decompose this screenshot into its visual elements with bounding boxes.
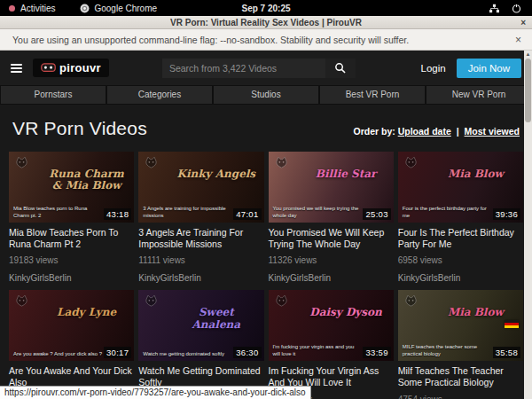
studio-watermark-cat-icon bbox=[274, 293, 289, 309]
video-grid: Runa Charm & Mia Blow Mia Blow teaches p… bbox=[9, 152, 523, 399]
search-input[interactable] bbox=[162, 59, 325, 78]
video-thumbnail[interactable]: Runa Charm & Mia Blow Mia Blow teaches p… bbox=[9, 152, 134, 223]
nav-item-categories[interactable]: Categories bbox=[107, 86, 212, 104]
thumbnail-model-name: Runa Charm & Mia Blow bbox=[44, 168, 129, 192]
search-bar bbox=[162, 59, 356, 78]
site-nav: Pornstars Categories Studios Best VR Por… bbox=[0, 85, 532, 105]
scrollbar-thumb[interactable] bbox=[525, 59, 531, 122]
search-icon bbox=[334, 62, 346, 74]
video-duration-badge: 30:17 bbox=[104, 347, 131, 358]
site-header: pirouvr Login Join Now bbox=[0, 51, 532, 85]
video-card[interactable]: Kinky Angels 3 Angels are training for i… bbox=[138, 152, 263, 283]
menu-hamburger-icon[interactable] bbox=[11, 64, 22, 73]
video-card[interactable]: Sweet Analena Watch me getting dominated… bbox=[138, 290, 263, 399]
studio-watermark-cat-icon bbox=[14, 155, 29, 170]
screen: Activities Google Chrome Sep 7 20:25 bbox=[0, 0, 532, 399]
tab-close-icon[interactable]: × bbox=[520, 16, 526, 29]
thumbnail-model-name: Billie Star bbox=[303, 168, 388, 180]
video-thumbnail[interactable]: Mia Blow MILF teaches the teacher some p… bbox=[398, 290, 523, 361]
infobar-close-icon[interactable]: × bbox=[515, 34, 521, 46]
main-content: VR Porn Videos Order by: Upload date | M… bbox=[0, 105, 532, 399]
video-studio-link[interactable]: KinkyGirlsBerlin bbox=[269, 273, 394, 283]
power-icon[interactable] bbox=[512, 4, 521, 13]
video-card[interactable]: Daisy Dyson I'm fucking your virgin ass … bbox=[269, 290, 394, 399]
video-thumbnail[interactable]: Lady Lyne Are you awake ? And your dick … bbox=[9, 290, 134, 361]
studio-watermark-cat-icon bbox=[403, 293, 419, 309]
video-card[interactable]: Lady Lyne Are you awake ? And your dick … bbox=[9, 290, 134, 399]
vr-goggles-icon bbox=[41, 63, 56, 73]
video-title[interactable]: Mia Blow Teaches Porn To Runa Charm Pt 2 bbox=[9, 227, 134, 250]
order-by-label: Order by: bbox=[353, 126, 395, 137]
video-thumbnail[interactable]: Billie Star You promised we will keep tr… bbox=[269, 152, 394, 223]
page-title: VR Porn Videos bbox=[12, 118, 147, 139]
video-title[interactable]: 3 Angels Are Training For Impossible Mis… bbox=[138, 227, 263, 250]
status-bar-url: https://pirouvr.com/vr-porn-video/779325… bbox=[0, 386, 311, 399]
video-card[interactable]: Billie Star You promised we will keep tr… bbox=[269, 152, 394, 283]
video-duration-badge: 35:58 bbox=[493, 347, 520, 358]
search-button[interactable] bbox=[325, 59, 356, 78]
thumbnail-caption: Watch me getting dominated softly bbox=[143, 350, 231, 357]
video-studio-link[interactable]: KinkyGirlsBerlin bbox=[398, 273, 523, 283]
thumbnail-model-name: Mia Blow bbox=[433, 168, 518, 180]
thumbnail-model-name: Lady Lyne bbox=[44, 307, 129, 318]
site-logo[interactable]: pirouvr bbox=[33, 59, 109, 77]
video-thumbnail[interactable]: Daisy Dyson I'm fucking your virgin ass … bbox=[269, 290, 394, 361]
video-card[interactable]: Mia Blow MILF teaches the teacher some p… bbox=[398, 290, 523, 399]
login-link[interactable]: Login bbox=[421, 63, 446, 74]
thumbnail-caption: I'm fucking your virgin ass and you will… bbox=[273, 343, 362, 357]
thumbnail-caption: 3 Angels are training for impossible mis… bbox=[143, 205, 231, 219]
video-thumbnail[interactable]: Sweet Analena Watch me getting dominated… bbox=[138, 290, 263, 361]
thumbnail-caption: Are you awake ? And your dick also ? bbox=[13, 350, 102, 357]
video-duration-badge: 33:59 bbox=[363, 347, 390, 358]
nav-item-best-vr[interactable]: Best VR Porn bbox=[320, 86, 425, 104]
video-duration-badge: 36:30 bbox=[233, 347, 261, 358]
nav-item-pornstars[interactable]: Pornstars bbox=[1, 86, 106, 104]
video-card[interactable]: Mia Blow Four is the perfect birthday pa… bbox=[398, 152, 523, 283]
thumbnail-caption: Mia Blow teaches porn to Runa Charm pt. … bbox=[13, 205, 102, 219]
scrollbar-up-icon[interactable]: ▲ bbox=[524, 51, 532, 58]
video-duration-badge: 43:18 bbox=[104, 208, 131, 220]
page-viewport: pirouvr Login Join Now Pornstars Categor… bbox=[0, 51, 532, 399]
nav-item-new-vr[interactable]: New VR Porn bbox=[426, 86, 531, 104]
video-thumbnail[interactable]: Mia Blow Four is the perfect birthday pa… bbox=[398, 152, 523, 223]
thumbnail-model-name: Mia Blow bbox=[433, 307, 518, 318]
thumbnail-model-name: Daisy Dyson bbox=[303, 307, 388, 318]
studio-watermark-cat-icon bbox=[403, 155, 419, 170]
scrollbar[interactable]: ▲ bbox=[524, 51, 532, 399]
studio-watermark-cat-icon bbox=[274, 155, 289, 170]
nav-item-studios[interactable]: Studios bbox=[214, 86, 318, 104]
video-views: 4754 views bbox=[398, 395, 523, 399]
video-studio-link[interactable]: KinkyGirlsBerlin bbox=[138, 273, 263, 283]
system-top-bar: Activities Google Chrome Sep 7 20:25 bbox=[0, 0, 532, 16]
video-title[interactable]: You Promised We Will Keep Trying The Who… bbox=[269, 227, 394, 250]
window-titlebar[interactable]: VR Porn: Virtual Reality Sex Videos | Pi… bbox=[0, 16, 532, 29]
thumbnail-model-name: Kinky Angels bbox=[174, 168, 259, 180]
thumbnail-caption: Four is the perfect birthday party for m… bbox=[403, 205, 491, 219]
video-studio-link[interactable]: KinkyGirlsBerlin bbox=[9, 273, 134, 283]
order-by: Order by: Upload date | Most viewed bbox=[353, 126, 520, 139]
thumbnail-caption: You promised we will keep trying the who… bbox=[273, 205, 362, 219]
thumbnail-model-name: Sweet Analena bbox=[174, 307, 259, 330]
video-views: 11326 views bbox=[269, 255, 394, 265]
video-title[interactable]: Four Is The Perfect Birthday Party For M… bbox=[398, 227, 523, 250]
video-views: 19183 views bbox=[9, 255, 134, 265]
network-icon[interactable] bbox=[489, 4, 499, 13]
video-duration-badge: 25:03 bbox=[363, 208, 390, 220]
join-now-button[interactable]: Join Now bbox=[457, 59, 521, 78]
chrome-infobar: You are using an unsupported command-lin… bbox=[0, 29, 532, 51]
studio-watermark-cat-icon bbox=[144, 293, 159, 309]
video-duration-badge: 47:01 bbox=[233, 208, 261, 220]
video-views: 11111 views bbox=[138, 255, 263, 265]
video-views: 6958 views bbox=[398, 255, 523, 265]
german-flag-icon bbox=[505, 320, 519, 328]
window-title: VR Porn: Virtual Reality Sex Videos | Pi… bbox=[170, 18, 362, 27]
order-most-viewed-link[interactable]: Most viewed bbox=[465, 126, 520, 137]
clock[interactable]: Sep 7 20:25 bbox=[0, 4, 532, 13]
video-card[interactable]: Runa Charm & Mia Blow Mia Blow teaches p… bbox=[9, 152, 134, 283]
order-upload-date-link[interactable]: Upload date bbox=[398, 126, 451, 137]
thumbnail-caption: MILF teaches the teacher some practical … bbox=[403, 343, 491, 357]
order-separator: | bbox=[454, 126, 462, 137]
video-title[interactable]: Milf Teaches The Teacher Some Practical … bbox=[398, 365, 523, 388]
studio-watermark-cat-icon bbox=[14, 293, 29, 309]
video-thumbnail[interactable]: Kinky Angels 3 Angels are training for i… bbox=[138, 152, 263, 223]
